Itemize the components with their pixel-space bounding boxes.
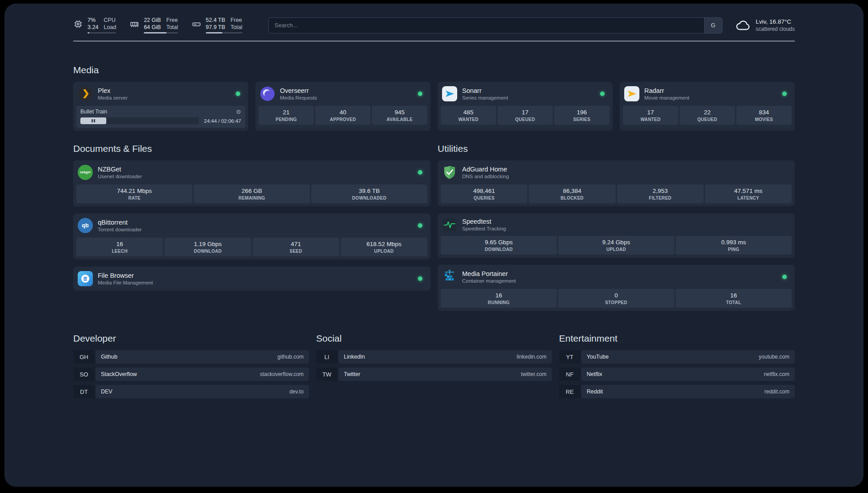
cpu-load-label: Load <box>104 24 116 30</box>
stat-tile: 485 WANTED <box>441 106 496 125</box>
stat-label: LATENCY <box>706 196 791 201</box>
playback-progress-track[interactable] <box>80 117 199 124</box>
bookmark-dev[interactable]: DT DEV dev.to <box>73 385 309 398</box>
search-bar: G <box>268 17 722 33</box>
stat-value: 498,461 <box>442 188 526 194</box>
stat-value: 2,953 <box>618 188 703 194</box>
bookmark-group-developer: Developer GH Github github.com SO StackO… <box>73 333 309 402</box>
stat-label: RATE <box>77 196 192 201</box>
service-description: DNS and adblocking <box>462 174 509 179</box>
adguard-icon <box>442 165 457 180</box>
bookmark-stackoverflow[interactable]: SO StackOverflow stackoverflow.com <box>73 368 309 381</box>
service-description: Torrent downloader <box>98 227 142 232</box>
service-card-qbittorrent[interactable]: qb qBittorrent Torrent downloader 16 LEE… <box>73 213 430 259</box>
service-card-portainer[interactable]: Media Portainer Container management 16 … <box>438 265 795 311</box>
stat-tile: 17 WANTED <box>623 106 678 125</box>
cpu-icon <box>73 19 83 29</box>
bookmark-abbr: RE <box>559 385 580 398</box>
stat-label: TOTAL <box>676 300 791 305</box>
stat-tile: 0 STOPPED <box>558 289 674 308</box>
weather-location: Lviv, 16.87°C <box>756 18 795 25</box>
service-card-adguard[interactable]: AdGuard Home DNS and adblocking 498,461 … <box>438 160 795 206</box>
bookmark-group-entertainment: Entertainment YT YouTube youtube.com NF … <box>559 333 795 402</box>
disk-icon <box>192 19 201 29</box>
service-card-sonarr[interactable]: Sonarr Series management 485 WANTED 17 Q… <box>438 82 613 131</box>
disk-total-label: Total <box>230 24 242 30</box>
stat-value: 266 GB <box>195 188 309 194</box>
service-card-radarr[interactable]: Radarr Movie management 17 WANTED 22 QUE… <box>620 82 795 131</box>
portainer-icon <box>442 269 457 284</box>
status-indicator <box>418 223 422 228</box>
bookmark-name: Reddit <box>587 389 603 395</box>
bookmark-abbr: TW <box>316 368 338 381</box>
stat-value: 47.571 ms <box>706 188 791 194</box>
header-divider <box>73 41 795 42</box>
bookmark-group-title: Developer <box>73 333 309 344</box>
service-description: Media Requests <box>280 95 317 100</box>
bookmark-group-title: Entertainment <box>559 333 795 344</box>
stat-value: 39.6 TB <box>312 188 426 194</box>
status-indicator <box>782 275 787 279</box>
stat-value: 16 <box>442 292 556 299</box>
stat-value: 9.65 Gbps <box>442 239 556 246</box>
stat-tile: 16 TOTAL <box>676 289 792 308</box>
stat-tile: 16 LEECH <box>76 238 163 256</box>
stat-value: 945 <box>373 109 426 116</box>
status-indicator <box>418 170 422 175</box>
service-name: qBittorrent <box>98 219 142 226</box>
bookmark-name: DEV <box>101 389 113 395</box>
service-card-overseerr[interactable]: Overseerr Media Requests 21 PENDING 40 A… <box>255 82 430 131</box>
bookmark-twitter[interactable]: TW Twitter twitter.com <box>316 368 552 381</box>
filebrowser-icon <box>78 271 93 286</box>
bookmark-linkedin[interactable]: LI LinkedIn linkedin.com <box>316 350 552 363</box>
service-name: File Browser <box>98 272 153 279</box>
search-provider-button[interactable]: G <box>704 18 722 33</box>
radarr-icon <box>624 86 639 101</box>
pause-button[interactable] <box>80 117 106 124</box>
stat-label: RUNNING <box>442 300 556 305</box>
stat-value: 744.21 Mbps <box>77 188 192 194</box>
service-description: Speedtest Tracking <box>462 226 506 231</box>
bookmark-abbr: DT <box>73 385 95 398</box>
cpu-load-value: 3.24 <box>88 24 98 30</box>
status-indicator <box>418 276 422 281</box>
stat-value: 618.52 Mbps <box>342 241 426 247</box>
stat-label: DOWNLOAD <box>165 249 250 254</box>
stat-tile: 945 AVAILABLE <box>372 106 427 125</box>
service-name: Radarr <box>644 87 689 94</box>
bookmark-url: youtube.com <box>759 354 789 360</box>
bookmark-reddit[interactable]: RE Reddit reddit.com <box>559 385 795 398</box>
service-description: Container management <box>462 278 516 284</box>
bookmark-netflix[interactable]: NF Netflix netflix.com <box>559 368 795 381</box>
service-card-speedtest[interactable]: Speedtest Speedtest Tracking 9.65 Gbps D… <box>438 213 795 258</box>
stat-label: SEED <box>254 249 338 254</box>
status-indicator <box>236 92 240 96</box>
stat-label: DOWNLOADED <box>312 196 426 201</box>
section-title-media: Media <box>73 65 795 75</box>
search-input[interactable] <box>269 18 704 33</box>
stat-value: 1.19 Gbps <box>165 241 250 247</box>
service-card-plex[interactable]: Plex Media server Bullet Train ⚙ 24:44 <box>73 82 248 131</box>
stat-tile: 0.993 ms PING <box>676 236 792 255</box>
bookmark-url: netflix.com <box>764 371 789 377</box>
memory-free-label: Free <box>166 17 178 23</box>
memory-total-value: 64 GiB <box>144 24 161 30</box>
bookmark-github[interactable]: GH Github github.com <box>73 350 309 363</box>
bookmark-url: github.com <box>277 354 304 360</box>
bookmarks: Developer GH Github github.com SO StackO… <box>73 333 795 402</box>
service-card-nzbget[interactable]: nzbget NZBGet Usenet downloader 744.21 M… <box>73 160 430 206</box>
service-name: AdGuard Home <box>462 166 509 173</box>
gear-icon[interactable]: ⚙ <box>236 109 241 115</box>
cpu-usage-label: CPU <box>104 17 116 23</box>
stat-value: 17 <box>498 109 552 116</box>
stat-tile: 39.6 TB DOWNLOADED <box>311 184 427 203</box>
resource-memory: 22 GiB 64 GiB Free Total <box>129 17 178 33</box>
stat-tile: 21 PENDING <box>259 106 314 125</box>
sonarr-icon <box>442 86 457 101</box>
service-card-filebrowser[interactable]: File Browser Media File Management <box>73 267 430 291</box>
resource-cpu: 7% 3.24 CPU Load <box>73 17 116 33</box>
nzbget-icon: nzbget <box>78 165 93 180</box>
stat-value: 0 <box>559 292 673 299</box>
bookmark-url: stackoverflow.com <box>260 371 304 377</box>
bookmark-youtube[interactable]: YT YouTube youtube.com <box>559 350 795 363</box>
